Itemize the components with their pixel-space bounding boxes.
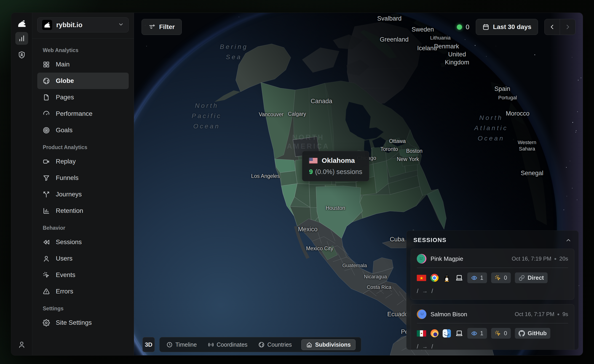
workspace-selector[interactable]: rybbit.io — [37, 17, 129, 32]
next-period-button[interactable] — [560, 19, 575, 35]
clock-icon — [166, 342, 173, 348]
previous-period-button[interactable] — [545, 19, 560, 35]
sidebar-item-funnels[interactable]: Funnels — [37, 170, 129, 186]
path-from: / — [417, 343, 418, 350]
sidebar-item-main[interactable]: Main — [37, 56, 129, 73]
pageviews-badge: 1 — [467, 328, 487, 339]
session-path: /→/ — [417, 343, 568, 350]
filter-label: Filter — [159, 23, 175, 31]
tooltip-session-text: (0.0%) sessions — [315, 168, 362, 175]
gear-icon — [43, 319, 50, 326]
session-name: Salmon Bison — [431, 311, 511, 318]
icon-rail — [11, 13, 32, 355]
us-flag-icon — [309, 158, 317, 163]
sidebar-item-sessions[interactable]: Sessions — [37, 234, 129, 250]
date-range-label: Last 30 days — [493, 23, 531, 31]
macos-os-icon — [443, 329, 451, 338]
map-view-coordinates[interactable]: Coordinates — [206, 340, 249, 350]
sidebar-item-performance[interactable]: Performance — [37, 105, 129, 122]
sidebar-item-users[interactable]: Users — [37, 250, 129, 267]
app-window: rybbit.io Web AnalyticsMainGlobePagesPer… — [11, 13, 583, 356]
sidebar-item-label: Goals — [56, 127, 73, 134]
chevron-down-icon — [118, 21, 124, 28]
pointer-click-icon — [495, 275, 501, 281]
sidebar-item-label: Main — [56, 61, 70, 68]
chevron-left-icon — [549, 24, 555, 30]
collapse-panel-button[interactable] — [565, 237, 572, 243]
rail-analytics-button[interactable] — [15, 32, 28, 45]
map-view-label: Timeline — [175, 341, 197, 348]
map-view-subdivisions[interactable]: Subdivisions — [301, 339, 356, 350]
earth-icon — [258, 342, 264, 348]
date-nav-group — [544, 19, 575, 35]
live-dot-icon — [457, 24, 462, 30]
sidebar-item-goals[interactable]: Goals — [37, 122, 129, 138]
sidebar-item-events[interactable]: Events — [37, 267, 129, 283]
session-card[interactable]: Salmon BisonOct 16, 7:17 PM●9s10GitHub/→… — [411, 304, 574, 350]
session-duration: 20s — [559, 255, 568, 262]
sidebar-item-label: Funnels — [56, 174, 79, 182]
path-from: / — [417, 288, 418, 294]
sidebar-item-label: Performance — [56, 110, 92, 117]
sidebar-item-site-settings[interactable]: Site Settings — [37, 314, 129, 331]
sidebar-item-pages[interactable]: Pages — [37, 89, 129, 105]
path-to: / — [432, 288, 433, 294]
date-range-button[interactable]: Last 30 days — [476, 19, 538, 35]
linux-os-icon — [443, 274, 451, 282]
pointer-click-icon — [495, 330, 501, 337]
sidebar-item-label: Pages — [56, 94, 74, 101]
dot-separator: ● — [554, 256, 556, 261]
sessions-panel: SESSIONS Pink MagpieOct 16, 7:19 PM●20s1… — [406, 230, 579, 350]
chart-column-icon — [43, 207, 50, 214]
globe-view: Bering SeaNorth Pacific OceanNorth Atlan… — [134, 13, 583, 355]
session-time: Oct 16, 7:19 PM — [512, 255, 551, 262]
sidebar-item-replay[interactable]: Replay — [37, 153, 129, 170]
referrer-badge[interactable]: GitHub — [515, 328, 550, 339]
referrer-badge[interactable]: Direct — [515, 273, 547, 283]
sidebar-item-globe[interactable]: Globe — [37, 73, 129, 89]
map-view-timeline[interactable]: Timeline — [165, 340, 198, 350]
gauge-icon — [43, 110, 50, 117]
grid-icon — [43, 61, 50, 68]
map-view-countries[interactable]: Countries — [257, 340, 293, 350]
map-view-switcher: TimelineCoordinatesCountriesSubdivisions — [159, 337, 361, 352]
rail-admin-button[interactable] — [15, 48, 28, 61]
tooltip-region-name: Oklahoma — [322, 157, 355, 164]
rewind-icon — [43, 239, 50, 246]
github-icon — [519, 330, 525, 337]
session-meta: Oct 16, 7:17 PM●9s — [515, 311, 568, 317]
sidebar-item-label: Globe — [56, 77, 74, 84]
sidebar-item-label: Site Settings — [56, 319, 92, 326]
3d-mode-button[interactable]: 3D — [142, 337, 155, 352]
filter-button[interactable]: Filter — [142, 19, 182, 35]
split-icon — [43, 191, 50, 198]
session-card[interactable]: Pink MagpieOct 16, 7:19 PM●20s10Direct/→… — [411, 249, 574, 300]
file-icon — [43, 94, 50, 101]
sidebar-item-label: Replay — [56, 158, 76, 165]
workspace-name: rybbit.io — [56, 21, 114, 29]
vn-flag-icon — [417, 275, 426, 281]
sidebar-item-errors[interactable]: Errors — [37, 283, 129, 300]
dot-separator: ● — [557, 312, 560, 317]
events-badge: 0 — [491, 273, 511, 283]
link-icon — [519, 275, 525, 281]
tooltip-session-count: 9 — [309, 168, 313, 175]
sidebar-item-label: Retention — [56, 207, 83, 214]
sidebar: rybbit.io Web AnalyticsMainGlobePagesPer… — [32, 13, 134, 355]
session-avatar — [417, 309, 426, 319]
laptop-icon — [455, 274, 463, 282]
rail-account-button[interactable] — [18, 341, 26, 349]
map-view-label: Countries — [267, 341, 292, 348]
radio-icon — [208, 342, 214, 348]
rybbit-logo-icon — [17, 19, 27, 28]
alert-triangle-icon — [43, 288, 50, 295]
workspace-logo-icon — [42, 20, 52, 30]
sidebar-item-label: Sessions — [56, 238, 82, 246]
laptop-icon — [455, 329, 463, 338]
session-avatar — [417, 254, 426, 264]
map-view-label: Coordinates — [217, 341, 248, 348]
calendar-icon — [482, 24, 489, 30]
sidebar-item-journeys[interactable]: Journeys — [37, 186, 129, 202]
sidebar-item-retention[interactable]: Retention — [37, 202, 129, 219]
video-icon — [43, 158, 50, 165]
